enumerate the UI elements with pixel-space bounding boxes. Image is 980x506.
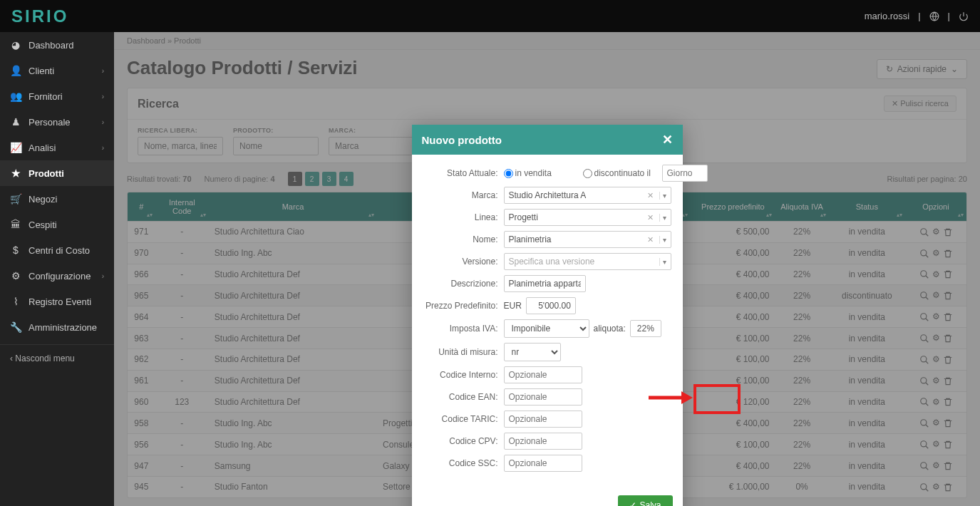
codice-ssc-input[interactable] [504, 455, 582, 472]
chevron-right-icon: › [102, 144, 104, 152]
topbar-right: mario.rossi | | [865, 11, 969, 22]
sidebar-item-label: Configurazione [29, 271, 91, 282]
gear-icon: ⚙ [10, 270, 21, 282]
linea-combo[interactable]: Progetti✕▾ [504, 209, 671, 226]
logo: SIRIO [11, 6, 68, 26]
sidebar-item-label: Centri di Costo [29, 245, 90, 256]
stato-label: Stato Attuale: [423, 168, 498, 178]
cart-icon: 🛒 [10, 193, 21, 205]
main: Dashboard » Prodotti Catalogo Prodotti /… [114, 32, 980, 506]
sidebar-item-label: Amministrazione [29, 322, 97, 333]
sidebar-item-label: Cespiti [29, 220, 57, 230]
person-icon: ♟ [10, 116, 21, 128]
codice-interno-input[interactable] [504, 366, 582, 383]
sidebar-item-fornitori[interactable]: 👥Fornitori› [0, 83, 114, 109]
chevron-down-icon[interactable]: ▾ [659, 258, 666, 266]
users-icon: 👥 [10, 91, 21, 102]
globe-icon[interactable] [929, 11, 939, 22]
sidebar-item-amministrazione[interactable]: 🔧Amministrazione [0, 314, 114, 340]
codice-ean-input[interactable] [504, 388, 582, 406]
sidebar-item-label: Clienti [29, 66, 54, 76]
rss-icon: ⌇ [10, 296, 21, 307]
chevron-down-icon[interactable]: ▾ [659, 192, 666, 200]
radio-in-vendita[interactable]: in vendita [504, 168, 579, 178]
descrizione-input[interactable] [504, 275, 586, 292]
sidebar-item-prodotti[interactable]: ★Prodotti [0, 160, 114, 186]
user-icon: 👤 [10, 65, 21, 76]
sidebar-item-analisi[interactable]: 📈Analisi› [0, 135, 114, 160]
clear-icon[interactable]: ✕ [644, 191, 656, 200]
wrench-icon: 🔧 [10, 321, 21, 333]
bank-icon: 🏛 [10, 219, 21, 230]
sidebar-item-centri-di-costo[interactable]: $Centri di Costo [0, 237, 114, 263]
sidebar-item-label: Registro Eventi [29, 296, 91, 307]
sidebar-item-configurazione[interactable]: ⚙Configurazione› [0, 263, 114, 289]
codice-cpv-input[interactable] [504, 433, 582, 450]
chevron-down-icon[interactable]: ▾ [659, 236, 666, 244]
topbar: SIRIO mario.rossi | | [0, 0, 980, 32]
sidebar-item-dashboard[interactable]: ◕Dashboard [0, 32, 114, 58]
sidebar-item-label: Fornitori [29, 91, 63, 102]
nome-combo[interactable]: Planimetria✕▾ [504, 231, 671, 248]
codice-taric-input[interactable] [504, 411, 582, 428]
sidebar-item-label: Prodotti [29, 168, 64, 179]
sidebar-item-cespiti[interactable]: 🏛Cespiti [0, 212, 114, 237]
discontinued-date-input[interactable] [662, 165, 708, 182]
marca-combo[interactable]: Studio Architettura A✕▾ [504, 187, 671, 204]
chevron-right-icon: › [102, 93, 104, 100]
sidebar-item-personale[interactable]: ♟Personale› [0, 109, 114, 135]
iva-select[interactable]: Imponibile [504, 319, 589, 338]
unita-select[interactable]: nr [504, 343, 561, 361]
sidebar-item-clienti[interactable]: 👤Clienti› [0, 58, 114, 83]
sidebar-item-label: Dashboard [29, 40, 74, 51]
chevron-right-icon: › [102, 67, 104, 75]
prezzo-input[interactable] [526, 297, 576, 314]
hide-menu-button[interactable]: ‹ Nascondi menu [0, 344, 114, 372]
username[interactable]: mario.rossi [865, 11, 910, 21]
radio-discontinuato[interactable]: discontinuato il [583, 168, 658, 178]
clear-icon[interactable]: ✕ [644, 213, 656, 222]
aliquota-input[interactable] [630, 320, 661, 337]
close-icon[interactable]: ✕ [662, 132, 673, 148]
sidebar-item-label: Negozi [29, 194, 57, 205]
versione-combo[interactable]: Specifica una versione▾ [504, 253, 671, 270]
new-product-modal: Nuovo prodotto ✕ Stato Attuale: in vendi… [412, 125, 683, 506]
sidebar-item-negozi[interactable]: 🛒Negozi [0, 186, 114, 212]
save-button[interactable]: ✓Salva [618, 495, 672, 506]
check-icon: ✓ [629, 500, 636, 506]
chevron-right-icon: › [102, 118, 104, 126]
sidebar-item-registro-eventi[interactable]: ⌇Registro Eventi [0, 289, 114, 314]
dashboard-icon: ◕ [10, 39, 21, 51]
sidebar: ◕Dashboard👤Clienti›👥Fornitori›♟Personale… [0, 32, 114, 506]
dollar-icon: $ [10, 244, 21, 256]
chevron-down-icon[interactable]: ▾ [659, 214, 666, 222]
star-icon: ★ [10, 167, 21, 179]
clear-icon[interactable]: ✕ [644, 235, 656, 244]
chart-icon: 📈 [10, 142, 21, 153]
chevron-left-icon: ‹ [10, 353, 13, 363]
sidebar-item-label: Personale [29, 117, 71, 128]
modal-title: Nuovo prodotto [422, 134, 502, 146]
power-icon[interactable] [959, 11, 969, 22]
chevron-right-icon: › [102, 272, 104, 280]
sidebar-item-label: Analisi [29, 143, 56, 153]
